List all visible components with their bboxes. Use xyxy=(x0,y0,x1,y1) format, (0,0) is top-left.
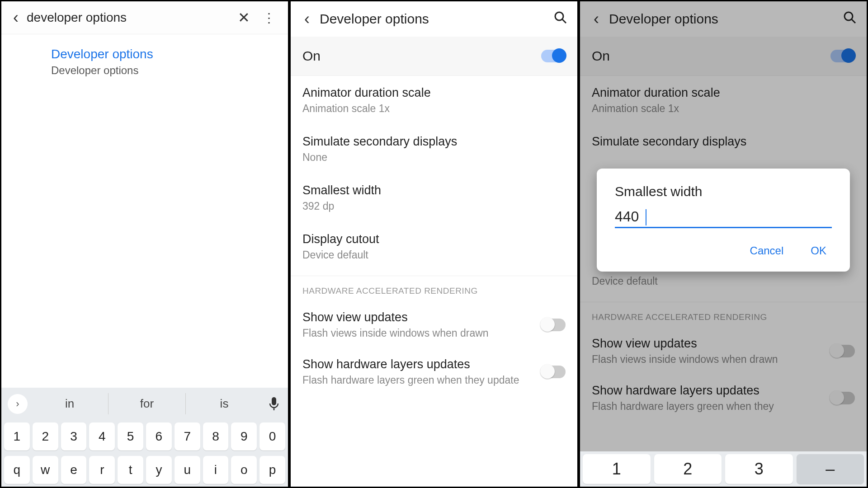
result-title: Developer options xyxy=(51,47,280,61)
key-r[interactable]: r xyxy=(89,456,115,484)
setting-sub: None xyxy=(302,151,566,164)
key-p[interactable]: p xyxy=(259,456,285,484)
smallest-width-dialog: Smallest width Cancel OK xyxy=(597,169,850,272)
keyboard: › in for is 1 2 3 4 5 6 7 8 9 0 q w e xyxy=(1,388,288,487)
setting-sub: Device default xyxy=(302,249,566,261)
key-4[interactable]: 4 xyxy=(89,422,115,450)
numkey-1[interactable]: 1 xyxy=(583,454,651,484)
key-9[interactable]: 9 xyxy=(231,422,257,450)
setting-sub: 392 dp xyxy=(302,200,566,212)
key-1[interactable]: 1 xyxy=(4,422,30,450)
svg-point-2 xyxy=(555,12,563,20)
suggestion-2[interactable]: for xyxy=(108,393,186,414)
key-6[interactable]: 6 xyxy=(146,422,172,450)
setting-smallest-width[interactable]: Smallest width 392 dp xyxy=(291,174,577,222)
cancel-button[interactable]: Cancel xyxy=(745,241,789,261)
numpad: 1 2 3 – xyxy=(580,451,867,487)
setting-simulate-displays[interactable]: Simulate secondary displays None xyxy=(291,125,577,174)
svg-line-3 xyxy=(562,19,566,23)
numkey-dash[interactable]: – xyxy=(797,454,864,484)
master-switch[interactable] xyxy=(541,50,566,62)
toggle-switch[interactable] xyxy=(541,366,566,378)
key-i[interactable]: i xyxy=(203,456,229,484)
overflow-icon[interactable]: ⋮ xyxy=(258,10,280,25)
key-t[interactable]: t xyxy=(118,456,143,484)
key-5[interactable]: 5 xyxy=(118,422,143,450)
back-icon[interactable]: ‹ xyxy=(9,8,22,27)
search-input-wrap xyxy=(22,8,230,28)
key-0[interactable]: 0 xyxy=(259,422,285,450)
master-toggle-row[interactable]: On xyxy=(291,37,577,76)
key-e[interactable]: e xyxy=(61,456,87,484)
back-icon[interactable]: ‹ xyxy=(301,9,313,28)
key-q[interactable]: q xyxy=(4,456,30,484)
letter-row: q w e r t y u i o p xyxy=(1,453,288,487)
search-icon[interactable] xyxy=(554,11,567,28)
setting-title: Show hardware layers updates xyxy=(302,357,541,371)
dialog-input[interactable] xyxy=(615,208,832,225)
suggestion-row: › in for is xyxy=(1,388,288,420)
suggestion-1[interactable]: in xyxy=(31,393,108,414)
setting-sub: Flash views inside windows when drawn xyxy=(302,327,541,339)
setting-animator[interactable]: Animator duration scale Animation scale … xyxy=(291,76,577,125)
key-w[interactable]: w xyxy=(33,456,58,484)
key-u[interactable]: u xyxy=(175,456,200,484)
dialog-title: Smallest width xyxy=(615,184,832,199)
on-label: On xyxy=(302,48,541,64)
dialog-actions: Cancel OK xyxy=(615,241,832,261)
key-2[interactable]: 2 xyxy=(33,422,58,450)
setting-title: Smallest width xyxy=(302,183,566,197)
panel-dialog: ‹ Developer options On Animator duration… xyxy=(579,0,868,488)
setting-sub: Flash hardware layers green when they up… xyxy=(302,374,541,386)
ok-button[interactable]: OK xyxy=(805,241,832,261)
setting-hw-layers[interactable]: Show hardware layers updates Flash hardw… xyxy=(291,348,577,395)
key-8[interactable]: 8 xyxy=(203,422,229,450)
key-o[interactable]: o xyxy=(231,456,257,484)
expand-icon[interactable]: › xyxy=(8,394,28,414)
result-sub: Developer options xyxy=(51,64,280,77)
setting-title: Animator duration scale xyxy=(302,86,566,100)
setting-display-cutout[interactable]: Display cutout Device default xyxy=(291,222,577,271)
dialog-input-wrap xyxy=(615,208,832,228)
key-7[interactable]: 7 xyxy=(175,422,200,450)
key-3[interactable]: 3 xyxy=(61,422,87,450)
key-y[interactable]: y xyxy=(146,456,172,484)
clear-icon[interactable]: ✕ xyxy=(230,9,258,26)
setting-sub: Animation scale 1x xyxy=(302,103,566,115)
setting-title: Show view updates xyxy=(302,310,541,324)
mic-icon[interactable] xyxy=(266,396,282,412)
panel-search: ‹ ✕ ⋮ Developer options Developer option… xyxy=(0,0,289,488)
search-result[interactable]: Developer options Developer options xyxy=(1,34,288,85)
panel-devoptions: ‹ Developer options On Animator duration… xyxy=(289,0,579,488)
page-title: Developer options xyxy=(320,11,554,27)
toggle-switch[interactable] xyxy=(541,319,566,331)
section-header: HARDWARE ACCELERATED RENDERING xyxy=(291,276,577,301)
header: ‹ Developer options xyxy=(291,1,577,37)
setting-title: Display cutout xyxy=(302,232,566,246)
search-bar: ‹ ✕ ⋮ xyxy=(1,1,288,34)
numkey-3[interactable]: 3 xyxy=(725,454,793,484)
setting-view-updates[interactable]: Show view updates Flash views inside win… xyxy=(291,301,577,348)
number-row: 1 2 3 4 5 6 7 8 9 0 xyxy=(1,420,288,453)
suggestions: in for is xyxy=(31,393,263,414)
text-cursor xyxy=(646,209,646,225)
numkey-2[interactable]: 2 xyxy=(654,454,722,484)
svg-rect-0 xyxy=(272,397,276,405)
suggestion-3[interactable]: is xyxy=(186,393,263,414)
search-input[interactable] xyxy=(22,8,193,28)
setting-title: Simulate secondary displays xyxy=(302,135,566,149)
